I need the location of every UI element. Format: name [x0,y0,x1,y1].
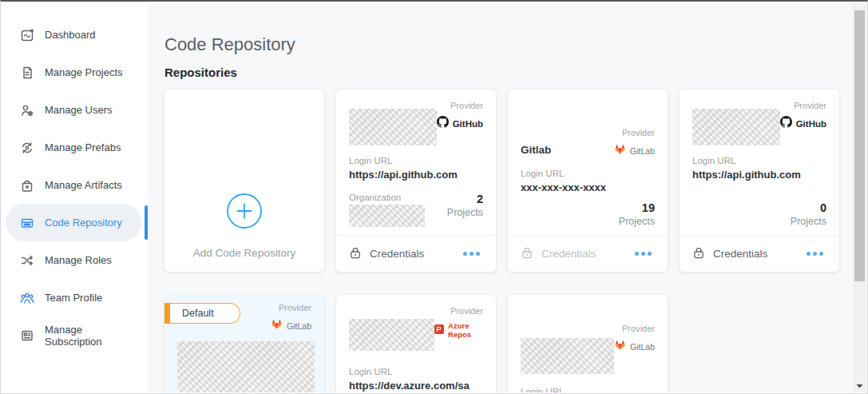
organization-label: Organization [349,193,425,202]
login-url-label: Login URL [521,169,655,178]
lock-icon [349,246,362,262]
provider-label: Provider [450,306,483,316]
gear-refresh-icon [20,141,34,155]
card-menu-button[interactable] [632,249,655,259]
redacted-repo-name [521,338,614,374]
chevron-down-icon[interactable] [853,384,866,388]
redacted-repo-name [349,319,434,351]
dashboard-icon [20,28,34,42]
github-icon [437,116,449,131]
provider-name: GitHub [796,119,826,129]
redacted-repo-name [349,109,437,145]
grid-empty-cell [680,295,839,392]
card-menu-button[interactable] [803,249,826,259]
sidebar-item-label: Manage Subscription [45,324,135,348]
page-title: Code Repository [164,34,295,55]
redacted-organization [349,205,425,227]
sidebar-item-team-profile[interactable]: Team Profile [6,279,141,316]
gitlab-icon [614,339,626,354]
repository-card: Gitlab Provider GitLab Login URL xxx-xxx… [508,90,668,272]
provider-label: Provider [622,128,655,137]
login-url-value: https://dev.azure.com/saimanikantabhaa [349,379,470,392]
provider-label: Provider [622,324,655,333]
badge-accent-bar [164,303,170,324]
credentials-button[interactable]: Credentials [692,246,767,262]
login-url-value: xxx-xxx-xxx-xxxx [521,181,642,195]
provider-name: GitLab [630,342,655,352]
sidebar-item-manage-subscription[interactable]: Manage Subscription [6,316,141,354]
login-url-value: https://api.github.com [692,168,814,182]
login-url-label: Login URL [692,156,826,165]
gitlab-icon [614,143,626,158]
default-badge-label: Default [170,303,240,324]
add-card-label: Add Code Repository [193,247,295,259]
sidebar: Dashboard Manage Projects Manage Users M… [1,3,148,392]
provider-name: GitHub [453,119,483,129]
app-window: Dashboard Manage Projects Manage Users M… [0,0,868,394]
sidebar-item-code-repository[interactable]: Code Repository [6,204,141,241]
projects-count: 2 [447,193,483,205]
main-content: Code Repository Repositories Add Code Re… [148,3,866,392]
provider-label: Provider [794,101,826,110]
repository-card: Provider GitHub Login URL https://api.gi… [336,90,496,272]
provider-name: GitLab [287,321,311,331]
login-url-label: Login URL [521,387,655,392]
provider-name: GitLab [630,146,655,156]
team-icon [20,291,34,305]
section-title: Repositories [164,66,237,79]
lock-icon [521,246,533,262]
redacted-repo-name [692,109,780,145]
vertical-scrollbar[interactable] [853,3,866,392]
sidebar-item-label: Manage Projects [45,66,123,78]
credentials-label: Credentials [370,248,424,260]
credentials-label: Credentials [541,248,596,260]
projects-count: 0 [791,201,826,214]
projects-label: Projects [447,207,483,218]
archive-box-icon [20,178,34,193]
projects-count: 19 [619,201,655,214]
redacted-repo-name [177,341,315,392]
credentials-button[interactable]: Credentials [521,246,596,262]
azure-repos-icon [434,323,444,337]
sidebar-item-label: Manage Roles [45,254,112,266]
repository-card: Provider GitHub Login URL https://api.gi… [680,90,839,272]
provider-label: Provider [279,303,311,312]
credentials-label: Credentials [713,248,767,260]
card-menu-button[interactable] [460,249,483,259]
plus-icon [226,193,263,233]
sidebar-item-manage-prefabs[interactable]: Manage Prefabs [6,129,141,166]
sidebar-item-label: Team Profile [45,292,102,304]
lock-icon [692,246,705,262]
scrollbar-thumb[interactable] [854,10,865,281]
add-code-repository-card[interactable]: Add Code Repository [164,90,324,272]
sidebar-item-manage-projects[interactable]: Manage Projects [6,54,141,91]
sidebar-item-manage-users[interactable]: Manage Users [6,91,141,129]
provider-name: Azure Repos [448,321,483,339]
default-badge: Default [164,303,240,324]
repository-tray-icon [20,216,34,230]
repository-card: Provider GitLab Login URL [508,295,668,392]
repo-name: Gitlab [521,144,551,156]
login-url-value: https://api.github.com [349,168,470,182]
sidebar-item-label: Code Repository [45,217,122,229]
sidebar-item-dashboard[interactable]: Dashboard [6,16,141,54]
login-url-label: Login URL [349,367,483,376]
provider-label: Provider [450,101,483,110]
document-icon [20,66,34,80]
projects-label: Projects [791,216,826,227]
sidebar-item-manage-roles[interactable]: Manage Roles [6,241,141,279]
sidebar-item-label: Dashboard [45,29,96,41]
user-gear-icon [20,103,34,117]
sidebar-item-label: Manage Prefabs [45,141,121,153]
sidebar-item-label: Manage Users [45,104,113,116]
gitlab-icon [271,318,283,333]
credentials-button[interactable]: Credentials [349,246,424,262]
subscription-card-icon [20,328,34,343]
login-url-label: Login URL [349,156,483,165]
repository-card-default: Default Provider GitLab Login URL [164,295,324,392]
repository-card-grid: Add Code Repository Provider GitHub [164,90,839,392]
shuffle-icon [20,253,34,268]
sidebar-item-manage-artifacts[interactable]: Manage Artifacts [6,166,141,204]
sidebar-item-label: Manage Artifacts [45,179,122,191]
github-icon [780,116,792,131]
